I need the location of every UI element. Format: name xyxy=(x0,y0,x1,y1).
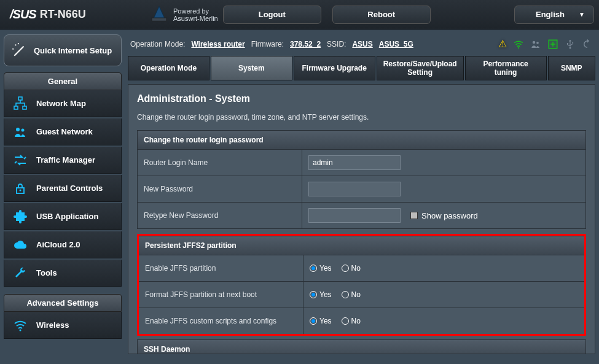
usb-icon[interactable] xyxy=(565,39,576,50)
svg-point-7 xyxy=(16,128,20,131)
radio-icon xyxy=(342,317,349,325)
quick-setup-label: Quick Internet Setup xyxy=(34,46,112,55)
quick-internet-setup-button[interactable]: Quick Internet Setup xyxy=(4,34,122,66)
sidebar-item-wireless[interactable]: Wireless xyxy=(4,312,122,339)
sidebar-item-aicloud[interactable]: AiCloud 2.0 xyxy=(4,231,122,258)
new-password-label: New Password xyxy=(138,176,302,202)
sidebar-item-label: Traffic Manager xyxy=(36,155,95,165)
checkbox-icon xyxy=(410,212,418,219)
sidebar-item-label: Network Map xyxy=(36,99,86,108)
retype-password-label: Retype New Password xyxy=(138,203,302,228)
radio-icon xyxy=(310,291,317,298)
puzzle-icon xyxy=(13,209,28,224)
sidebar-item-label: AiCloud 2.0 xyxy=(36,240,80,249)
sidebar-item-label: Guest Network xyxy=(36,127,93,136)
login-section-header: Change the router login password xyxy=(137,130,586,150)
merlin-icon xyxy=(149,4,170,25)
powered-by-name: Asuswrt-Merlin xyxy=(173,15,218,22)
ssid-link-b[interactable]: ASUS_5G xyxy=(379,40,413,48)
wand-icon xyxy=(12,42,28,58)
svg-rect-5 xyxy=(14,106,18,109)
format-jffs-no[interactable]: No xyxy=(342,290,361,299)
ssid-link-a[interactable]: ASUS xyxy=(352,40,372,48)
svg-point-11 xyxy=(20,329,22,331)
powered-by-line: Powered by xyxy=(173,7,218,15)
enable-jffs-scripts-label: Enable JFFS custom scripts and configs xyxy=(139,308,303,334)
sidebar-item-label: Wireless xyxy=(36,320,69,330)
sidebar-item-label: Tools xyxy=(36,268,57,277)
svg-point-12 xyxy=(518,47,519,48)
tab-firmware-upgrade[interactable]: Firmware Upgrade xyxy=(294,56,375,80)
show-password-label: Show password xyxy=(421,211,478,220)
cloud-icon xyxy=(13,238,28,252)
svg-rect-4 xyxy=(18,97,22,100)
login-name-label: Router Login Name xyxy=(138,150,302,176)
enable-jffs-yes[interactable]: Yes xyxy=(310,264,332,273)
traffic-manager-icon xyxy=(13,153,28,168)
enable-scripts-no[interactable]: No xyxy=(342,317,361,325)
show-password-checkbox[interactable]: Show password xyxy=(410,211,478,220)
svg-point-1 xyxy=(15,44,16,45)
radio-icon xyxy=(342,291,349,298)
language-label: English xyxy=(536,10,565,19)
language-button[interactable]: English ▼ xyxy=(514,6,594,24)
tab-operation-mode[interactable]: Operation Mode xyxy=(128,56,209,80)
format-jffs-label: Format JFFS partition at next boot xyxy=(139,282,303,308)
radio-icon xyxy=(310,265,317,272)
retype-password-input[interactable] xyxy=(308,208,401,223)
sidebar-item-guest-network[interactable]: Guest Network xyxy=(4,118,122,145)
operation-mode-link[interactable]: Wireless router xyxy=(191,40,245,48)
format-jffs-yes[interactable]: Yes xyxy=(310,290,332,299)
page-desc: Change the router login password, time z… xyxy=(137,113,586,122)
jffs-section-header: Persistent JFFS2 partition xyxy=(139,236,584,255)
svg-point-14 xyxy=(536,41,539,44)
svg-point-8 xyxy=(22,128,25,131)
svg-point-2 xyxy=(12,48,14,50)
enable-jffs-label: Enable JFFS partition xyxy=(139,255,303,281)
tab-snmp[interactable]: SNMP xyxy=(548,56,595,80)
warning-icon[interactable]: ⚠ xyxy=(498,38,507,50)
firmware-link[interactable]: 378.52_2 xyxy=(290,40,321,48)
enable-scripts-yes[interactable]: Yes xyxy=(310,317,332,325)
sidebar-item-tools[interactable]: Tools xyxy=(4,260,122,287)
logout-button[interactable]: Logout xyxy=(223,6,321,24)
firmware-label: Firmware: xyxy=(251,40,284,48)
wan-icon[interactable] xyxy=(547,39,558,50)
sidebar-item-usb-application[interactable]: USB Application xyxy=(4,203,122,230)
tab-system[interactable]: System xyxy=(211,56,292,80)
ssid-label: SSID: xyxy=(327,40,346,48)
wifi-status-icon[interactable] xyxy=(513,39,524,50)
sidebar-item-label: Parental Controls xyxy=(36,184,103,193)
svg-point-13 xyxy=(533,41,536,44)
svg-point-17 xyxy=(570,47,571,48)
wifi-icon xyxy=(13,318,28,333)
login-name-input[interactable] xyxy=(308,155,401,170)
refresh-icon[interactable] xyxy=(582,39,593,50)
radio-icon xyxy=(342,265,349,272)
chevron-down-icon: ▼ xyxy=(579,11,585,18)
operation-mode-label: Operation Mode: xyxy=(130,40,185,48)
enable-jffs-no[interactable]: No xyxy=(342,264,361,273)
page-title: Administration - System xyxy=(137,93,586,104)
svg-point-10 xyxy=(20,189,22,191)
advanced-header: Advanced Settings xyxy=(4,294,122,312)
ssh-section-header: SSH Daemon xyxy=(137,339,586,354)
sidebar-item-network-map[interactable]: Network Map xyxy=(4,90,122,117)
guest-network-icon xyxy=(13,125,28,139)
sidebar-item-traffic-manager[interactable]: Traffic Manager xyxy=(4,147,122,174)
new-password-input[interactable] xyxy=(308,182,401,196)
tab-performance-tuning[interactable]: Performance tuning xyxy=(465,56,547,80)
wrench-icon xyxy=(13,266,28,281)
svg-point-3 xyxy=(18,43,19,44)
radio-icon xyxy=(310,317,317,325)
lock-icon xyxy=(13,181,28,196)
tab-restore-save-upload[interactable]: Restore/Save/Upload Setting xyxy=(377,56,464,80)
sidebar-item-parental-controls[interactable]: Parental Controls xyxy=(4,175,122,202)
users-icon[interactable] xyxy=(530,39,541,50)
jffs-highlight-box: Persistent JFFS2 partition Enable JFFS p… xyxy=(137,234,586,336)
general-header: General xyxy=(4,72,122,90)
svg-rect-6 xyxy=(23,106,26,109)
reboot-button[interactable]: Reboot xyxy=(332,6,431,24)
svg-rect-0 xyxy=(152,18,166,21)
sidebar-item-label: USB Application xyxy=(36,212,98,221)
